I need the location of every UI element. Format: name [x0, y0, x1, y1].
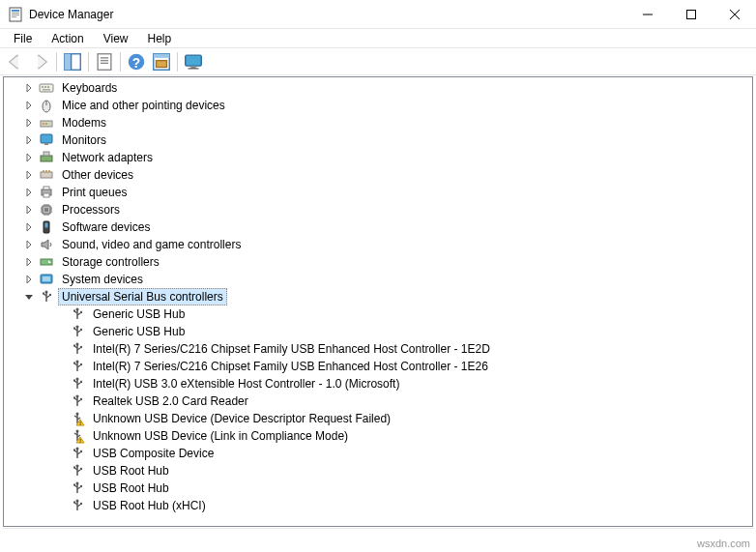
expand-icon[interactable]: [21, 150, 37, 165]
toolbar-separator: [120, 52, 121, 72]
monitor-button[interactable]: [182, 50, 205, 73]
device-label: Intel(R) 7 Series/C216 Chipset Family US…: [89, 340, 494, 358]
expand-icon[interactable]: [21, 80, 37, 96]
usb-icon: [70, 341, 85, 357]
svg-rect-19: [154, 53, 170, 57]
usb-icon: [70, 359, 85, 374]
device-tree-pane[interactable]: KeyboardsMice and other pointing devices…: [3, 76, 753, 527]
spacer: [52, 411, 68, 426]
tree-category[interactable]: Other devices: [4, 166, 752, 184]
tree-category[interactable]: Sound, video and game controllers: [4, 236, 752, 253]
svg-rect-21: [186, 55, 202, 66]
svg-rect-4: [12, 16, 16, 17]
tree-category[interactable]: Modems: [4, 114, 752, 131]
help-button[interactable]: ?: [125, 50, 148, 73]
expand-icon[interactable]: [21, 132, 37, 148]
close-button[interactable]: [712, 0, 756, 29]
spacer: [52, 324, 68, 339]
maximize-button[interactable]: [669, 0, 712, 29]
category-label: Universal Serial Bus controllers: [58, 288, 227, 305]
usb-icon: [70, 446, 85, 461]
svg-rect-6: [686, 10, 695, 18]
tree-device[interactable]: Intel(R) 7 Series/C216 Chipset Family US…: [4, 340, 752, 358]
tree-device[interactable]: USB Root Hub: [4, 479, 752, 497]
sound-icon: [39, 237, 54, 252]
collapse-icon[interactable]: [21, 289, 37, 305]
mouse-icon: [39, 98, 54, 113]
tree-category-expanded[interactable]: Universal Serial Bus controllers: [4, 288, 752, 305]
device-label: Generic USB Hub: [89, 323, 189, 340]
usb-icon: [70, 306, 85, 322]
show-hide-console-button[interactable]: [61, 50, 84, 73]
monitor-icon: [39, 132, 54, 148]
category-label: Storage controllers: [58, 253, 163, 271]
menu-file[interactable]: File: [4, 30, 42, 47]
modem-icon: [39, 115, 54, 131]
tree-category[interactable]: Software devices: [4, 218, 752, 236]
spacer: [52, 306, 68, 322]
properties-button[interactable]: [93, 50, 116, 73]
tree-category[interactable]: Print queues: [4, 184, 752, 201]
tree-device[interactable]: Generic USB Hub: [4, 323, 752, 340]
tree-device[interactable]: Intel(R) USB 3.0 eXtensible Host Control…: [4, 375, 752, 392]
svg-text:?: ?: [132, 55, 140, 70]
spacer: [52, 498, 68, 513]
device-label: USB Root Hub: [89, 479, 173, 497]
usb-icon: [70, 463, 85, 479]
expand-icon[interactable]: [21, 237, 37, 252]
tree-category[interactable]: Processors: [4, 201, 752, 218]
tree-device[interactable]: Unknown USB Device (Device Descriptor Re…: [4, 410, 752, 427]
category-label: Other devices: [58, 166, 137, 184]
tree-category[interactable]: Network adapters: [4, 149, 752, 166]
watermark: wsxdn.com: [697, 537, 750, 549]
tree-device[interactable]: USB Composite Device: [4, 445, 752, 462]
category-label: Print queues: [58, 184, 131, 201]
category-label: Sound, video and game controllers: [58, 236, 245, 253]
spacer: [52, 359, 68, 374]
expand-icon[interactable]: [21, 115, 37, 131]
expand-icon[interactable]: [21, 167, 37, 183]
software-icon: [39, 219, 54, 235]
expand-icon[interactable]: [21, 272, 37, 287]
spacer: [52, 446, 68, 461]
expand-icon[interactable]: [21, 219, 37, 235]
device-label: Unknown USB Device (Link in Compliance M…: [89, 427, 352, 445]
minimize-button[interactable]: [625, 0, 669, 29]
usb-icon: [70, 324, 85, 339]
category-label: Processors: [58, 201, 124, 218]
device-label: Generic USB Hub: [89, 305, 189, 323]
tree-device[interactable]: USB Root Hub (xHCI): [4, 497, 752, 514]
printer-icon: [39, 185, 54, 200]
tree-device[interactable]: USB Root Hub: [4, 462, 752, 479]
system-icon: [39, 272, 54, 287]
tree-category[interactable]: System devices: [4, 271, 752, 288]
svg-rect-3: [12, 15, 19, 15]
device-label: Realtek USB 2.0 Card Reader: [89, 392, 252, 410]
menu-view[interactable]: View: [94, 30, 138, 47]
toolbar-separator: [88, 52, 89, 72]
back-button[interactable]: [4, 50, 27, 73]
expand-icon[interactable]: [21, 98, 37, 113]
tree-device[interactable]: Unknown USB Device (Link in Compliance M…: [4, 427, 752, 445]
device-label: USB Root Hub: [89, 462, 173, 479]
scan-hardware-button[interactable]: [150, 50, 173, 73]
svg-rect-10: [65, 53, 72, 70]
menu-action[interactable]: Action: [42, 30, 93, 47]
tree-category[interactable]: Storage controllers: [4, 253, 752, 271]
tree-device[interactable]: Generic USB Hub: [4, 305, 752, 323]
tree-device[interactable]: Realtek USB 2.0 Card Reader: [4, 392, 752, 410]
forward-button[interactable]: [29, 50, 52, 73]
storage-icon: [39, 254, 54, 270]
category-label: Network adapters: [58, 149, 157, 166]
tree-category[interactable]: Keyboards: [4, 79, 752, 97]
expand-icon[interactable]: [21, 202, 37, 218]
device-label: USB Root Hub (xHCI): [89, 497, 210, 514]
tree-category[interactable]: Monitors: [4, 131, 752, 149]
svg-rect-2: [12, 13, 19, 14]
expand-icon[interactable]: [21, 185, 37, 200]
tree-device[interactable]: Intel(R) 7 Series/C216 Chipset Family US…: [4, 358, 752, 375]
tree-category[interactable]: Mice and other pointing devices: [4, 97, 752, 114]
menu-help[interactable]: Help: [138, 30, 182, 47]
expand-icon[interactable]: [21, 254, 37, 270]
category-label: Modems: [58, 114, 110, 131]
